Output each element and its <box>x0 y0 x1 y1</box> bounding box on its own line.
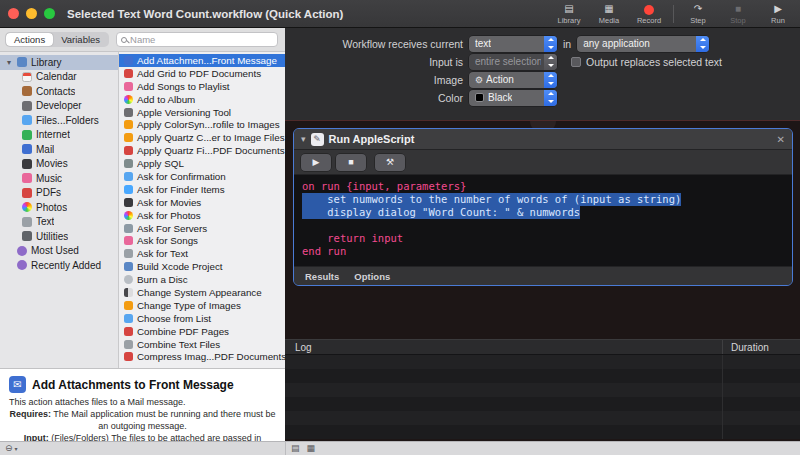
action-item-apply-quartz-c-er-to-image-files[interactable]: Apply Quartz C...er to Image Files <box>119 131 285 144</box>
zoom-window-icon[interactable] <box>44 8 55 19</box>
action-item-add-grid-to-pdf-documents[interactable]: Add Grid to PDF Documents <box>119 67 285 80</box>
color-select[interactable]: Black <box>469 90 557 106</box>
action-item-change-system-appearance[interactable]: Change System Appearance <box>119 286 285 299</box>
flow-view-icon[interactable]: ▦ <box>307 444 316 453</box>
action-item-ask-for-movies[interactable]: Ask for Movies <box>119 196 285 209</box>
circle-minus-icon: ⊖ <box>5 444 13 453</box>
duration-column-header[interactable]: Duration <box>722 340 800 354</box>
run-button[interactable]: Run <box>762 3 794 25</box>
stop-button-label: Stop <box>730 16 745 25</box>
action-item-label: Combine Text Files <box>137 339 220 350</box>
code-line[interactable]: return input <box>294 232 792 245</box>
close-action-icon[interactable] <box>777 134 785 145</box>
sidebar-item-contacts[interactable]: Contacts <box>0 84 118 99</box>
sidebar-item-recently-added[interactable]: Recently Added <box>0 258 118 273</box>
sidebar-item-label: Contacts <box>36 86 75 97</box>
action-item-add-songs-to-playlist[interactable]: Add Songs to Playlist <box>119 80 285 93</box>
sidebar-item-mail[interactable]: Mail <box>0 142 118 157</box>
action-item-add-attachmen-front-message[interactable]: Add Attachmen...Front Message <box>119 54 285 67</box>
sidebar-item-library[interactable]: ▾Library <box>0 55 118 70</box>
collapse-chevron-icon[interactable] <box>301 134 306 144</box>
run-applescript-action[interactable]: Run AppleScript ▶ ■ ⚒ on run {input, par… <box>293 128 793 286</box>
step-button[interactable]: Step <box>682 3 714 25</box>
sql-icon <box>124 159 133 168</box>
toolbar-divider <box>673 5 674 23</box>
sidebar-item-photos[interactable]: Photos <box>0 200 118 215</box>
sidebar-item-label: Most Used <box>31 245 79 256</box>
action-item-apple-versioning-tool[interactable]: Apple Versioning Tool <box>119 106 285 119</box>
requires-label: Requires: <box>10 409 52 419</box>
script-run-button[interactable]: ▶ <box>301 154 331 171</box>
action-item-ask-for-songs[interactable]: Ask for Songs <box>119 234 285 247</box>
log-column-header[interactable]: Log <box>285 342 722 353</box>
action-item-compress-imag-pdf-documents[interactable]: Compress Imag...PDF Documents <box>119 350 285 363</box>
minimize-window-icon[interactable] <box>26 8 37 19</box>
log-row <box>285 425 800 439</box>
action-item-burn-a-disc[interactable]: Burn a Disc <box>119 273 285 286</box>
sidebar-item-utilities[interactable]: Utilities <box>0 229 118 244</box>
sidebar-item-movies[interactable]: Movies <box>0 157 118 172</box>
action-item-combine-text-files[interactable]: Combine Text Files <box>119 338 285 351</box>
input-is-label: Input is <box>285 56 463 68</box>
image-select[interactable]: Action <box>469 72 557 88</box>
action-item-ask-for-confirmation[interactable]: Ask for Confirmation <box>119 170 285 183</box>
action-item-ask-for-servers[interactable]: Ask For Servers <box>119 222 285 235</box>
tab-variables[interactable]: Variables <box>53 33 108 46</box>
action-item-change-type-of-images[interactable]: Change Type of Images <box>119 299 285 312</box>
tab-options[interactable]: Options <box>354 271 390 282</box>
action-item-ask-for-text[interactable]: Ask for Text <box>119 247 285 260</box>
log-cell-duration <box>722 397 800 411</box>
sidebar-item-internet[interactable]: Internet <box>0 128 118 143</box>
action-item-choose-from-list[interactable]: Choose from List <box>119 312 285 325</box>
action-item-apply-colorsyn-rofile-to-images[interactable]: Apply ColorSyn...rofile to Images <box>119 118 285 131</box>
tab-results[interactable]: Results <box>305 271 339 282</box>
action-item-ask-for-photos[interactable]: Ask for Photos <box>119 209 285 222</box>
sidebar-item-calendar[interactable]: Calendar <box>0 70 118 85</box>
code-line[interactable]: display dialog "Word Count: " & numwords <box>294 206 792 219</box>
close-window-icon[interactable] <box>8 8 19 19</box>
action-item-build-xcode-project[interactable]: Build Xcode Project <box>119 260 285 273</box>
library-button[interactable]: Library <box>553 3 585 25</box>
sidebar-item-music[interactable]: Music <box>0 171 118 186</box>
code-line[interactable]: set numwords to the number of words of (… <box>294 193 792 206</box>
action-item-label: Choose from List <box>137 313 211 324</box>
in-label: in <box>563 38 571 50</box>
application-select[interactable]: any application <box>577 36 709 52</box>
images-icon <box>124 133 133 142</box>
color-value: Black <box>488 92 512 103</box>
code-line[interactable]: on run {input, parameters} <box>294 180 792 193</box>
script-stop-button[interactable]: ■ <box>336 154 366 171</box>
list-view-icon[interactable]: ▤ <box>291 444 300 453</box>
action-item-apply-sql[interactable]: Apply SQL <box>119 157 285 170</box>
action-item-add-to-album[interactable]: Add to Album <box>119 93 285 106</box>
input-is-value: entire selection <box>475 56 541 67</box>
sidebar-item-pdfs[interactable]: PDFs <box>0 186 118 201</box>
receives-select[interactable]: text <box>469 36 557 52</box>
sidebar-item-most-used[interactable]: Most Used <box>0 244 118 259</box>
log-header: Log Duration <box>285 339 800 355</box>
code-area[interactable]: on run {input, parameters} set numwords … <box>294 175 792 266</box>
search-field[interactable] <box>116 32 278 47</box>
pdf-icon <box>124 327 133 336</box>
tab-actions[interactable]: Actions <box>6 33 53 46</box>
action-item-apply-quartz-fi-pdf-documents[interactable]: Apply Quartz Fi...PDF Documents <box>119 144 285 157</box>
log-cell-message <box>285 411 722 425</box>
record-button[interactable]: Record <box>633 4 665 25</box>
applescript-icon <box>311 133 324 146</box>
code-line[interactable] <box>294 219 792 232</box>
sidebar-item-label: Mail <box>36 144 54 155</box>
search-input[interactable] <box>130 34 273 45</box>
input-is-select[interactable]: entire selection <box>469 54 557 70</box>
code-line[interactable]: end run <box>294 245 792 258</box>
output-replaces-checkbox[interactable] <box>571 57 581 67</box>
sidebar-item-text[interactable]: Text <box>0 215 118 230</box>
action-header[interactable]: Run AppleScript <box>294 129 792 150</box>
media-button[interactable]: Media <box>593 3 625 25</box>
action-item-ask-for-finder-items[interactable]: Ask for Finder Items <box>119 183 285 196</box>
stop-button[interactable]: Stop <box>722 3 754 25</box>
sidebar-item-files-folders[interactable]: Files...Folders <box>0 113 118 128</box>
script-compile-button[interactable]: ⚒ <box>375 154 405 171</box>
sidebar-item-developer[interactable]: Developer <box>0 99 118 114</box>
action-menu-button[interactable]: ⊖ ▾ <box>5 444 18 453</box>
action-item-combine-pdf-pages[interactable]: Combine PDF Pages <box>119 325 285 338</box>
